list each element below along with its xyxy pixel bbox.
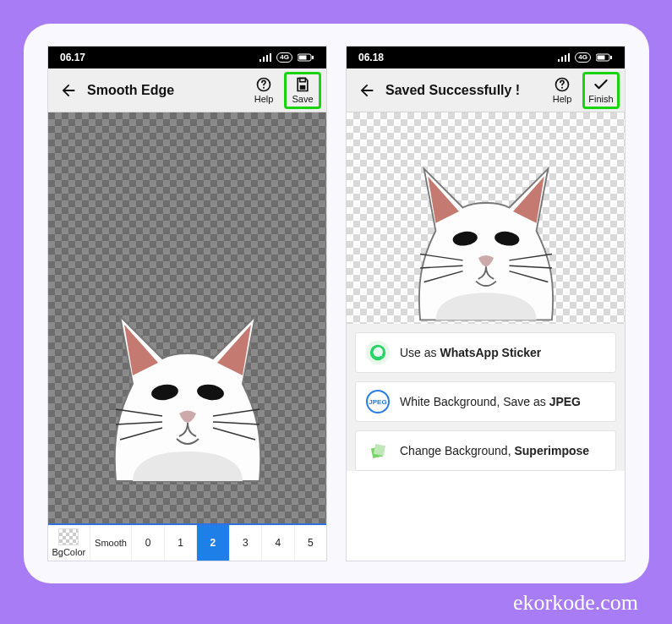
- svg-rect-2: [312, 56, 314, 59]
- app-bar: Smooth Edge Help Save: [48, 68, 326, 112]
- arrow-left-icon: [59, 81, 78, 100]
- back-button[interactable]: [57, 79, 80, 102]
- help-label: Help: [553, 94, 572, 104]
- svg-rect-16: [598, 56, 605, 60]
- network-badge: 4G: [575, 52, 591, 63]
- preview-canvas: [347, 112, 625, 324]
- jpeg-icon: JPEG: [366, 390, 390, 413]
- back-button[interactable]: [355, 79, 379, 102]
- svg-rect-1: [299, 56, 307, 60]
- option-label: White Background, Save as JPEG: [400, 395, 581, 408]
- svg-rect-30: [374, 444, 385, 456]
- check-icon: [593, 76, 609, 93]
- svg-rect-6: [300, 85, 306, 90]
- finish-button[interactable]: Finish: [582, 72, 620, 109]
- network-badge: 4G: [276, 52, 292, 63]
- page-title: Smooth Edge: [87, 83, 238, 98]
- smooth-value-5[interactable]: 5: [295, 525, 326, 561]
- status-bar: 06.18 4G: [347, 47, 625, 68]
- bgcolor-button[interactable]: BgColor: [48, 525, 90, 561]
- help-button[interactable]: Help: [245, 72, 282, 109]
- whatsapp-icon: [366, 341, 390, 364]
- page-title: Saved Successfully !: [385, 83, 537, 98]
- battery-icon: [298, 53, 314, 62]
- status-time: 06.17: [60, 52, 85, 63]
- help-label: Help: [254, 94, 274, 104]
- status-time: 06.18: [358, 52, 384, 63]
- layers-icon: [366, 439, 390, 463]
- help-button[interactable]: Help: [544, 72, 581, 109]
- save-options-list: Use as WhatsApp Sticker JPEG White Backg…: [347, 324, 625, 471]
- help-icon: [255, 76, 272, 93]
- battery-icon: [596, 53, 613, 62]
- phone-right: 06.18 4G Saved Successfully ! Help: [346, 46, 626, 561]
- smooth-value-1[interactable]: 1: [165, 525, 197, 561]
- app-bar: Saved Successfully ! Help Finish: [347, 68, 625, 112]
- cat-image: [389, 138, 583, 324]
- save-button[interactable]: Save: [284, 72, 321, 109]
- help-icon: [554, 76, 571, 93]
- cat-image: [82, 282, 293, 485]
- appbar-actions: Help Finish: [544, 72, 620, 109]
- option-whatsapp-sticker[interactable]: Use as WhatsApp Sticker: [355, 332, 616, 373]
- svg-rect-17: [610, 56, 612, 59]
- save-label: Save: [292, 94, 313, 104]
- status-right: 4G: [260, 52, 314, 63]
- smooth-value-2[interactable]: 2: [197, 525, 229, 561]
- smooth-label-cell: Smooth: [90, 525, 133, 561]
- bgcolor-label: BgColor: [52, 547, 85, 557]
- appbar-actions: Help Save: [245, 72, 321, 109]
- option-label: Use as WhatsApp Sticker: [400, 346, 541, 359]
- option-change-background[interactable]: Change Background, Superimpose: [355, 430, 616, 471]
- status-right: 4G: [558, 52, 613, 63]
- phone-left: 06.17 4G Smooth Edge Help: [47, 46, 327, 561]
- signal-icon: [558, 53, 570, 62]
- save-icon: [294, 76, 311, 93]
- smooth-label: Smooth: [95, 538, 127, 548]
- svg-point-4: [263, 87, 265, 89]
- finish-label: Finish: [588, 94, 613, 104]
- signal-icon: [260, 53, 271, 62]
- blank-area: [347, 471, 625, 561]
- watermark: ekorkode.com: [513, 590, 638, 616]
- checker-icon: [58, 528, 79, 545]
- arrow-left-icon: [358, 81, 376, 100]
- svg-point-19: [561, 87, 563, 89]
- smooth-value-0[interactable]: 0: [132, 525, 164, 561]
- option-label: Change Background, Superimpose: [400, 444, 589, 457]
- screenshot-card: 06.17 4G Smooth Edge Help: [24, 24, 649, 583]
- smooth-value-3[interactable]: 3: [230, 525, 262, 561]
- smooth-value-4[interactable]: 4: [262, 525, 294, 561]
- editor-canvas[interactable]: [48, 112, 326, 523]
- smooth-toolbar: BgColor Smooth 0 1 2 3 4 5: [48, 523, 326, 561]
- option-save-jpeg[interactable]: JPEG White Background, Save as JPEG: [355, 381, 616, 422]
- svg-rect-5: [300, 79, 306, 82]
- status-bar: 06.17 4G: [48, 47, 326, 68]
